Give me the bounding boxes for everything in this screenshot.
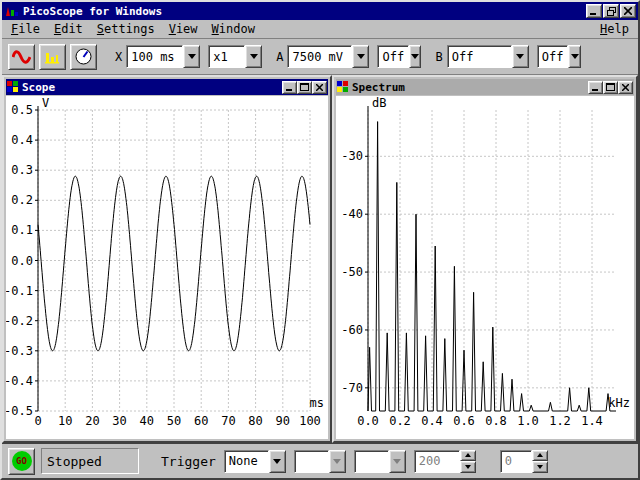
svg-text:40: 40 <box>140 414 154 428</box>
trigger-delay-spinner[interactable]: 0 <box>500 450 548 473</box>
chevron-down-icon <box>333 459 341 464</box>
svg-text:80: 80 <box>248 414 262 428</box>
svg-text:100: 100 <box>299 414 321 428</box>
x-axis-label: X <box>115 50 122 64</box>
spectrum-window-title: Spectrum <box>352 81 588 94</box>
spin-up-button[interactable] <box>532 450 548 462</box>
spectrum-close-button[interactable] <box>618 81 633 94</box>
trigger-threshold-spinner[interactable]: 200 <box>414 450 476 473</box>
channel-b-mode-select[interactable]: Off <box>537 45 581 68</box>
channel-b-range-select[interactable]: Off <box>447 45 529 68</box>
spin-up-button[interactable] <box>460 450 476 462</box>
trigger-mode-select[interactable]: None <box>224 450 286 473</box>
svg-text:70: 70 <box>221 414 235 428</box>
title-bar[interactable]: PicoScope for Windows <box>2 2 638 20</box>
chevron-down-icon <box>571 54 579 59</box>
svg-text:-60: -60 <box>341 323 363 337</box>
svg-text:0: 0 <box>34 414 41 428</box>
meter-view-button[interactable] <box>70 44 97 70</box>
spectrum-view-button[interactable] <box>39 44 66 70</box>
svg-text:0.6: 0.6 <box>453 414 475 428</box>
svg-text:0.3: 0.3 <box>11 163 33 177</box>
window-title: PicoScope for Windows <box>23 5 586 18</box>
go-button[interactable]: GO <box>8 448 35 475</box>
svg-text:0.4: 0.4 <box>421 414 443 428</box>
restore-button[interactable] <box>603 4 619 18</box>
scope-window: Scope 01020304050607080901000.50.40.30.2… <box>2 75 332 443</box>
scope-plot-area: 01020304050607080901000.50.40.30.20.10.0… <box>6 96 328 439</box>
chevron-down-icon <box>357 54 365 59</box>
menu-window[interactable]: Window <box>205 21 262 37</box>
menu-help[interactable]: Help <box>593 21 636 37</box>
minimize-button[interactable] <box>586 4 602 18</box>
svg-text:ms: ms <box>310 396 324 410</box>
menu-bar: File Edit Settings View Window Help <box>2 20 638 39</box>
spectrum-maximize-button[interactable] <box>603 81 618 94</box>
svg-text:-50: -50 <box>341 265 363 279</box>
scope-window-icon <box>7 81 19 93</box>
channel-a-range-select[interactable]: 7500 mV <box>287 45 369 68</box>
menu-file[interactable]: File <box>4 21 47 37</box>
svg-text:0.5: 0.5 <box>11 103 33 117</box>
mdi-workspace: Scope 01020304050607080901000.50.40.30.2… <box>2 75 638 443</box>
svg-text:-0.2: -0.2 <box>6 314 33 328</box>
menu-edit[interactable]: Edit <box>47 21 90 37</box>
trigger-direction-select[interactable] <box>354 450 406 473</box>
scope-title-bar[interactable]: Scope <box>6 79 328 95</box>
chevron-down-icon <box>393 459 401 464</box>
svg-text:50: 50 <box>167 414 181 428</box>
meter-gauge-icon <box>74 48 93 65</box>
scope-maximize-button[interactable] <box>297 81 312 94</box>
app-window: PicoScope for Windows File Edit Settings… <box>0 0 640 480</box>
spectrum-plot-area: 0.00.20.40.60.81.01.21.4-30-40-50-60-70d… <box>336 96 634 439</box>
svg-text:0.8: 0.8 <box>485 414 507 428</box>
svg-text:-0.5: -0.5 <box>6 404 33 418</box>
trigger-source-select[interactable] <box>294 450 346 473</box>
close-button[interactable] <box>620 4 636 18</box>
chevron-down-icon <box>250 54 258 59</box>
svg-text:0.0: 0.0 <box>357 414 379 428</box>
spectrum-title-bar[interactable]: Spectrum <box>336 79 634 95</box>
spectrum-window-icon <box>337 81 349 93</box>
channel-a-label: A <box>276 50 283 64</box>
svg-text:-70: -70 <box>341 381 363 395</box>
chevron-down-icon <box>411 54 419 59</box>
svg-text:V: V <box>42 96 49 110</box>
svg-text:30: 30 <box>112 414 126 428</box>
toolbar: X 100 ms x1 A 7500 mV Off B Off Off <box>2 39 638 75</box>
svg-text:20: 20 <box>85 414 99 428</box>
spectrum-minimize-button[interactable] <box>588 81 603 94</box>
svg-text:-0.3: -0.3 <box>6 344 33 358</box>
svg-text:60: 60 <box>194 414 208 428</box>
svg-text:1.0: 1.0 <box>517 414 539 428</box>
svg-text:-0.4: -0.4 <box>6 374 33 388</box>
chevron-down-icon <box>273 459 281 464</box>
bar-spectrum-icon <box>43 49 62 65</box>
spectrum-window: Spectrum 0.00.20.40.60.81.01.21.4-30-40-… <box>332 75 638 443</box>
channel-b-label: B <box>435 50 442 64</box>
svg-text:dB: dB <box>372 96 386 110</box>
menu-settings[interactable]: Settings <box>90 21 162 37</box>
svg-text:0.2: 0.2 <box>389 414 411 428</box>
svg-text:-30: -30 <box>341 149 363 163</box>
channel-a-mode-select[interactable]: Off <box>377 45 421 68</box>
svg-text:10: 10 <box>58 414 72 428</box>
scope-minimize-button[interactable] <box>282 81 297 94</box>
spin-down-button[interactable] <box>460 461 476 473</box>
scope-view-button[interactable] <box>8 44 35 70</box>
status-bar: GO Stopped Trigger None 200 0 <box>2 443 638 478</box>
scope-window-title: Scope <box>22 81 282 94</box>
svg-text:0.1: 0.1 <box>11 223 33 237</box>
svg-text:-40: -40 <box>341 207 363 221</box>
spin-down-button[interactable] <box>532 461 548 473</box>
timebase-select[interactable]: 100 ms <box>126 45 200 68</box>
svg-text:kHz: kHz <box>608 396 630 410</box>
svg-text:0.0: 0.0 <box>11 254 33 268</box>
chevron-down-icon <box>516 54 524 59</box>
svg-text:90: 90 <box>276 414 290 428</box>
x-multiplier-select[interactable]: x1 <box>208 45 262 68</box>
menu-view[interactable]: View <box>162 21 205 37</box>
scope-close-button[interactable] <box>312 81 327 94</box>
svg-text:1.4: 1.4 <box>581 414 603 428</box>
spectrum-chart: 0.00.20.40.60.81.01.21.4-30-40-50-60-70d… <box>336 96 632 437</box>
